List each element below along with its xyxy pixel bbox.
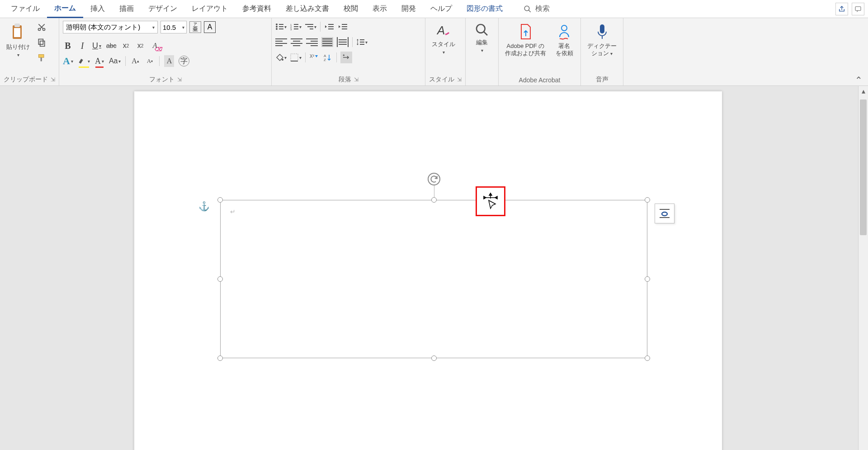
svg-text:A: A: [436, 24, 445, 37]
tab-draw[interactable]: 描画: [112, 0, 141, 17]
vertical-scrollbar[interactable]: ▴: [858, 86, 868, 450]
align-center-button[interactable]: [291, 37, 302, 47]
styles-button[interactable]: A スタイル ▾: [429, 21, 458, 57]
tab-insert[interactable]: 挿入: [83, 0, 112, 17]
align-justify-button[interactable]: [321, 37, 333, 47]
font-name-select[interactable]: 游明朝 (本文のフォント)▾: [63, 21, 158, 33]
change-case-button[interactable]: Aa ▾: [109, 55, 121, 67]
search-box[interactable]: 検索: [524, 4, 550, 14]
bullets-button[interactable]: ▾: [275, 21, 287, 33]
paste-button[interactable]: 貼り付け ▾: [4, 21, 33, 59]
group-acrobat: Adobe PDF の作成および共有 署名を依頼 Adobe Acrobat: [499, 18, 581, 85]
selected-shape[interactable]: ⚓ ↵: [220, 200, 647, 358]
shrink-font-button[interactable]: A▾: [145, 55, 155, 67]
svg-rect-5: [14, 28, 20, 37]
numbering-button[interactable]: 123▾: [290, 21, 302, 33]
strikethrough-button[interactable]: abc: [106, 40, 117, 52]
svg-rect-2: [855, 6, 861, 10]
cut-button[interactable]: [35, 21, 48, 33]
multilevel-list-button[interactable]: ▾: [305, 21, 316, 33]
styles-group-label: スタイル: [429, 76, 454, 84]
dictate-button[interactable]: ディクテーション ▾: [585, 21, 619, 58]
tab-layout[interactable]: レイアウト: [184, 0, 235, 17]
tab-help[interactable]: ヘルプ: [423, 0, 459, 17]
group-clipboard: 貼り付け ▾ クリップボード ⇲: [0, 18, 59, 85]
align-left-button[interactable]: [275, 37, 287, 47]
layout-options-button[interactable]: [655, 204, 675, 223]
scroll-thumb[interactable]: [860, 99, 867, 235]
share-button[interactable]: [835, 3, 848, 15]
borders-button[interactable]: ▾: [290, 52, 302, 63]
tab-shape-format[interactable]: 図形の書式: [459, 0, 510, 17]
clipboard-launcher[interactable]: ⇲: [51, 76, 55, 83]
char-shading-button[interactable]: A: [164, 55, 174, 67]
comments-button[interactable]: [852, 3, 864, 15]
subscript-button[interactable]: x2: [121, 40, 131, 52]
resize-handle-w[interactable]: [217, 276, 223, 282]
svg-point-16: [276, 26, 278, 28]
resize-handle-n[interactable]: [431, 197, 437, 203]
clear-formatting-button[interactable]: A⌫: [150, 40, 160, 52]
tab-developer[interactable]: 開発: [394, 0, 423, 17]
clipboard-icon: [10, 23, 26, 42]
increase-indent-button[interactable]: [338, 21, 348, 33]
signature-icon: [556, 23, 572, 41]
decrease-indent-button[interactable]: [324, 21, 334, 33]
font-size-select[interactable]: 10.5▾: [160, 21, 187, 33]
highlight-button[interactable]: ▾: [78, 55, 90, 67]
request-signature-button[interactable]: 署名を依頼: [552, 21, 577, 58]
page[interactable]: ⚓ ↵: [134, 91, 722, 450]
tab-review[interactable]: 校閲: [336, 0, 365, 17]
align-right-button[interactable]: [306, 37, 318, 47]
show-marks-button[interactable]: ✦: [340, 52, 352, 63]
enclose-char-button[interactable]: 字: [179, 56, 189, 66]
asian-layout-button[interactable]: X²: [309, 52, 319, 63]
rotate-handle[interactable]: [428, 173, 440, 185]
group-paragraph: ▾ 123▾ ▾ ▾ ▾ ▾ X² AZ: [272, 18, 425, 85]
editing-button[interactable]: 編集 ▾: [469, 21, 495, 55]
phonetic-guide-button[interactable]: ア 亜: [189, 21, 201, 33]
scroll-up-button[interactable]: ▴: [859, 86, 868, 96]
underline-button[interactable]: U ▾: [92, 40, 102, 52]
tab-view[interactable]: 表示: [365, 0, 394, 17]
tab-design[interactable]: デザイン: [141, 0, 184, 17]
copy-button[interactable]: [35, 36, 48, 49]
paragraph-launcher[interactable]: ⇲: [354, 76, 359, 83]
bold-button[interactable]: B: [63, 40, 73, 52]
italic-button[interactable]: I: [77, 40, 87, 52]
font-launcher[interactable]: ⇲: [177, 76, 182, 83]
svg-text:✦: ✦: [342, 53, 345, 57]
resize-handle-e[interactable]: [645, 276, 650, 282]
svg-text:A: A: [324, 54, 326, 58]
line-spacing-button[interactable]: ▾: [356, 36, 368, 48]
svg-point-18: [276, 28, 278, 30]
microphone-icon: [595, 23, 609, 41]
styles-launcher[interactable]: ⇲: [457, 76, 462, 83]
resize-handle-se[interactable]: [645, 355, 650, 361]
svg-line-48: [484, 32, 487, 35]
tab-home[interactable]: ホーム: [47, 0, 83, 18]
document-area[interactable]: ⚓ ↵: [0, 86, 868, 450]
sort-button[interactable]: AZ: [323, 52, 333, 63]
format-painter-button[interactable]: [35, 52, 48, 64]
resize-handle-nw[interactable]: [217, 197, 223, 203]
tab-file[interactable]: ファイル: [4, 0, 47, 17]
numbering-icon: 123: [290, 23, 298, 30]
superscript-button[interactable]: x2: [136, 40, 146, 52]
text-effects-button[interactable]: A▾: [63, 55, 73, 67]
grow-font-button[interactable]: A▴: [130, 55, 140, 67]
resize-handle-s[interactable]: [431, 355, 437, 361]
font-color-button[interactable]: A ▾: [94, 55, 104, 67]
align-distribute-button[interactable]: [337, 37, 349, 47]
create-pdf-button[interactable]: Adobe PDF の作成および共有: [502, 21, 549, 58]
tab-references[interactable]: 参考資料: [235, 0, 278, 17]
character-border-button[interactable]: A: [204, 21, 216, 33]
resize-handle-sw[interactable]: [217, 355, 223, 361]
svg-point-49: [561, 25, 567, 31]
tab-mailings[interactable]: 差し込み文書: [278, 0, 336, 17]
ribbon: 貼り付け ▾ クリップボード ⇲ 游明朝 (本文のフォント)▾: [0, 18, 868, 86]
asian-layout-icon: X²: [310, 53, 319, 62]
resize-handle-ne[interactable]: [645, 197, 650, 203]
shading-button[interactable]: ▾: [275, 52, 287, 63]
svg-text:Z: Z: [324, 58, 326, 62]
